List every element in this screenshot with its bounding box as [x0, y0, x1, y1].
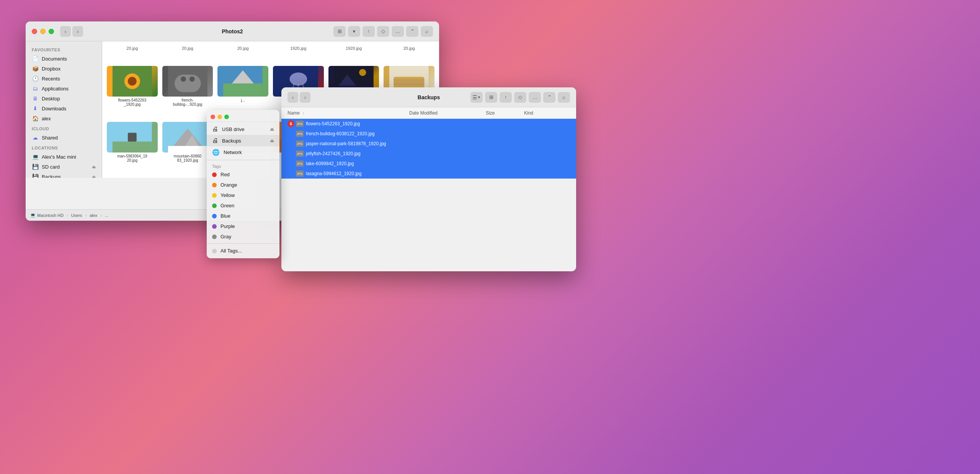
sidebar-item-recents[interactable]: 🕐 Recents [26, 74, 102, 84]
breadcrumb-sep-1: › [67, 213, 68, 218]
more-icon-backups[interactable]: … [529, 92, 541, 103]
purple-dot [212, 224, 217, 229]
dropdown-close-btn[interactable] [211, 115, 215, 119]
thumb-img-bulldog [162, 66, 213, 97]
view-toggle-icon[interactable]: ▼ [348, 26, 360, 37]
dropdown-tag-gray[interactable]: Gray [207, 231, 279, 242]
grid-view-icon-backups[interactable]: ⊞ [485, 92, 497, 103]
backups-drive-icon: 🖨 [212, 137, 218, 144]
file-icon-lake: JPG [296, 161, 304, 167]
col-name-header[interactable]: Name ↑ [287, 110, 409, 116]
dropdown-tag-green[interactable]: Green [207, 200, 279, 211]
sidebar-item-alex[interactable]: 🏠 alex [26, 113, 102, 123]
tag-icon-backups[interactable]: ◇ [514, 92, 526, 103]
green-dot [212, 203, 217, 208]
thumb-man[interactable]: man-5983064_1920.jpg [105, 120, 159, 175]
sidebar-item-desktop[interactable]: 🖥 Desktop [26, 93, 102, 103]
sidebar-item-backups[interactable]: 💾 Backups ⏏ [26, 172, 102, 178]
svg-point-2 [128, 77, 137, 86]
file-row-jellyfish[interactable]: JPG jellyfish-2427426_1920.jpg [281, 149, 576, 159]
view-icon-grid[interactable]: ⊞ [333, 26, 346, 37]
file-name-jellyfish: jellyfish-2427426_1920.jpg [306, 151, 361, 156]
sidebar-item-sd-card[interactable]: 💾 SD card ⏏ [26, 162, 102, 172]
dropdown-item-usb[interactable]: 🖨 USB drive ⏏ [207, 123, 279, 135]
photos-titlebar: ‹ › Photos2 ⊞ ▼ ↑ ◇ … ⌃ ⌕ [26, 21, 439, 41]
backups-eject-btn[interactable]: ⏏ [270, 138, 274, 143]
alex-icon: 🏠 [32, 115, 39, 121]
back-button-photos[interactable]: ‹ [60, 26, 71, 37]
sidebar-item-documents[interactable]: 📄 Documents [26, 54, 102, 64]
thumb-img-mountain [162, 122, 213, 153]
mac-mini-icon: 💻 [32, 154, 39, 160]
thumb-bulldog[interactable]: french-bulldog-...920.jpg [161, 64, 215, 119]
breadcrumb-sep-2: › [85, 213, 87, 218]
sidebar-recents-label: Recents [42, 76, 60, 82]
svg-rect-8 [223, 84, 263, 97]
sidebar-item-dropbox[interactable]: 📦 Dropbox [26, 64, 102, 74]
svg-point-6 [189, 76, 195, 82]
dropdown-tag-yellow[interactable]: Yellow [207, 190, 279, 200]
file-name-bulldog: french-bulldog-6038122_1920.jpg [306, 131, 374, 136]
svg-rect-24 [113, 141, 152, 153]
dropdown-tag-red[interactable]: Red [207, 169, 279, 180]
macintosh-icon: 💻 [30, 213, 36, 218]
close-button-photos[interactable] [32, 29, 37, 34]
file-name-jasper: jasper-national-park-5819878_1920.jpg [306, 141, 386, 146]
file-row-jasper[interactable]: JPG jasper-national-park-5819878_1920.jp… [281, 139, 576, 149]
sidebar-item-downloads[interactable]: ⬇ Downloads [26, 103, 102, 113]
forward-button-photos[interactable]: › [72, 26, 83, 37]
file-row-bulldog[interactable]: JPG french-bulldog-6038122_1920.jpg [281, 129, 576, 139]
sidebar-backups-label: Backups [42, 174, 61, 178]
thumb-name-flowers: flowers-5452263_1920.jpg [118, 98, 146, 107]
sd-eject-icon[interactable]: ⏏ [92, 164, 96, 169]
sidebar-item-shared[interactable]: ☁ Shared [26, 133, 102, 143]
dropdown-maximize-btn[interactable] [224, 115, 229, 119]
sd-card-icon: 💾 [32, 164, 39, 170]
expand-icon-backups[interactable]: ⌃ [543, 92, 555, 103]
col-kind-header[interactable]: Kind [524, 110, 570, 116]
nav-buttons-backups: ‹ › [287, 92, 310, 103]
list-view-icon-backups[interactable]: ☰▼ [470, 92, 483, 103]
file-icon-flowers: JPG [296, 121, 304, 127]
breadcrumb-macintosh-label: Macintosh HD [37, 213, 64, 218]
col-size-header[interactable]: Size [486, 110, 524, 116]
file-row-flowers[interactable]: 6 JPG flowers-5452263_1920.jpg [281, 119, 576, 129]
thumb-label-5: 1920.jpg [327, 44, 381, 63]
minimize-button-photos[interactable] [40, 29, 46, 34]
sidebar-item-mac-mini[interactable]: 💻 Alex's Mac mini [26, 152, 102, 162]
blue-dot [212, 214, 217, 218]
share-icon-backups[interactable]: ↑ [500, 92, 512, 103]
dropdown-item-backups[interactable]: 🖨 Backups ⏏ [207, 135, 279, 146]
thumb-flowers[interactable]: flowers-5452263_1920.jpg [105, 64, 159, 119]
dropdown-item-network[interactable]: 🌐 Network [207, 146, 279, 158]
file-row-lake[interactable]: JPG lake-6099842_1920.jpg [281, 159, 576, 169]
back-button-backups[interactable]: ‹ [287, 92, 298, 103]
usb-eject-icon[interactable]: ⏏ [270, 126, 274, 132]
all-tags-label: All Tags... [220, 248, 242, 254]
dropdown-tag-orange[interactable]: Orange [207, 180, 279, 190]
blue-label: Blue [220, 213, 230, 219]
forward-button-backups[interactable]: › [300, 92, 310, 103]
col-date-header[interactable]: Date Modified [409, 110, 486, 116]
thumb-label-1: 20.jpg [105, 44, 159, 63]
expand-icon[interactable]: ⌃ [406, 26, 418, 37]
tag-icon[interactable]: ◇ [377, 26, 389, 37]
network-icon: 🌐 [212, 149, 220, 156]
dropdown-tag-blue[interactable]: Blue [207, 211, 279, 221]
downloads-icon: ⬇ [32, 105, 39, 112]
sidebar-item-applications[interactable]: 🗂 Applications [26, 84, 102, 93]
traffic-lights-photos [32, 29, 54, 34]
usb-drive-icon: 🖨 [212, 126, 218, 133]
backups-eject-icon[interactable]: ⏏ [92, 174, 96, 178]
maximize-button-photos[interactable] [49, 29, 54, 34]
dropdown-all-tags[interactable]: ◎ All Tags... [207, 245, 279, 256]
dropdown-tag-purple[interactable]: Purple [207, 221, 279, 231]
search-icon[interactable]: ⌕ [421, 26, 433, 37]
search-icon-backups[interactable]: ⌕ [558, 92, 570, 103]
dropdown-minimize-btn[interactable] [217, 115, 222, 119]
share-icon[interactable]: ↑ [363, 26, 375, 37]
more-icon[interactable]: … [392, 26, 404, 37]
file-row-lasagna[interactable]: JPG lasagna-5994612_1920.jpg [281, 169, 576, 179]
nav-buttons-photos: ‹ › [60, 26, 83, 37]
thumb-img-flowers [107, 66, 158, 97]
